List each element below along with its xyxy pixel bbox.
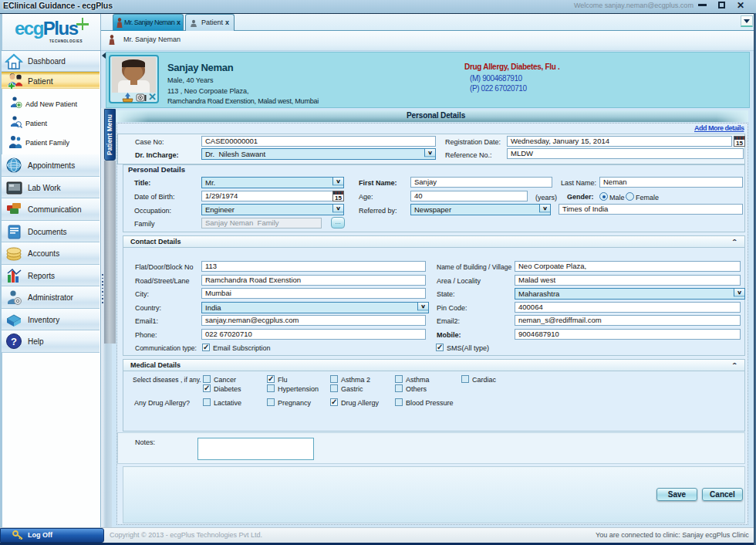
svg-text:?: ? [11, 336, 17, 347]
